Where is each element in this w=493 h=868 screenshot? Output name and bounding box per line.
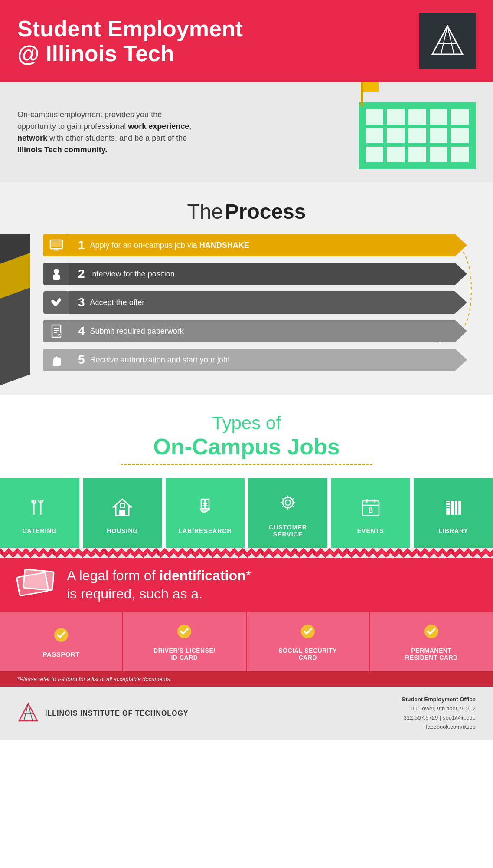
step-1: 1 Apply for an on-campus job via HANDSHA…: [43, 234, 467, 256]
types-section: Types of On-Campus Jobs CATERING: [0, 395, 493, 548]
footer-logo-area: ILLINOIS INSTITUTE OF TECHNOLOGY: [17, 702, 189, 725]
svg-rect-30: [120, 503, 124, 508]
social-security-check-icon: [300, 624, 316, 642]
step-1-icon: [43, 234, 69, 256]
customer-service-icon: [277, 493, 299, 518]
svg-line-1: [441, 26, 447, 54]
job-catering: CATERING: [0, 478, 79, 548]
svg-rect-45: [458, 501, 461, 515]
svg-point-35: [283, 497, 293, 508]
jobs-grid: CATERING HOUSING: [0, 478, 493, 548]
step-5-icon: [43, 349, 69, 371]
footer-school-name: ILLINOIS INSTITUTE OF TECHNOLOGY: [45, 710, 189, 717]
svg-rect-29: [119, 510, 125, 516]
footnote-bar: *Please refer to I-9 form for a list of …: [0, 671, 493, 687]
footer-logo-icon: [17, 702, 39, 725]
types-title: Types of On-Campus Jobs: [17, 413, 476, 460]
step-3-arrow: 3 Accept the offer: [69, 291, 467, 314]
step-1-arrow: 1 Apply for an on-campus job via HANDSHA…: [69, 234, 467, 256]
svg-line-54: [24, 704, 28, 721]
footer: ILLINOIS INSTITUTE OF TECHNOLOGY Student…: [0, 687, 493, 740]
step-4: 4 Submit required paperwork: [43, 320, 467, 342]
catering-icon: [29, 496, 50, 521]
passport-check-icon: [53, 627, 69, 645]
process-title-bold: Process: [225, 200, 306, 223]
library-icon: [443, 496, 464, 521]
svg-text:8: 8: [369, 506, 373, 515]
step-3-icon: [43, 291, 69, 314]
lab-icon: [194, 496, 216, 521]
svg-rect-20: [57, 357, 59, 361]
header-title: Student Employment @ Illinois Tech: [17, 16, 243, 66]
intro-section: On-campus employment provides you the op…: [0, 82, 493, 182]
zigzag-border: [0, 548, 493, 558]
permanent-resident-check-icon: [424, 624, 439, 642]
step-2-icon: [43, 263, 69, 285]
id-drivers-license: DRIVER'S LICENSE/ID CARD: [123, 612, 246, 671]
step-5-arrow: 5 Receive authorization and start your j…: [69, 349, 467, 371]
id-section: A legal form of identification*is requir…: [0, 548, 493, 687]
svg-line-2: [447, 26, 454, 54]
id-text: A legal form of identification*is requir…: [67, 567, 251, 603]
id-passport: PASSPORT: [0, 612, 123, 671]
step-4-arrow: 4 Submit required paperwork: [69, 320, 467, 342]
building-illustration: [337, 95, 476, 169]
step-3: 3 Accept the offer: [43, 291, 467, 314]
svg-rect-19: [56, 356, 57, 361]
step-2-arrow: 2 Interview for the position: [69, 263, 467, 285]
job-events: 8 EVENTS: [331, 478, 410, 548]
svg-rect-43: [451, 501, 454, 515]
footer-contact: Student Employment Office IIT Tower, 9th…: [402, 695, 476, 731]
license-check-icon: [176, 624, 192, 642]
svg-marker-53: [19, 704, 37, 721]
svg-line-55: [28, 704, 33, 721]
step-5: 5 Receive authorization and start your j…: [43, 349, 467, 371]
job-lab: LAB/RESEARCH: [166, 478, 245, 548]
svg-rect-11: [55, 273, 58, 276]
process-title-light: The: [187, 200, 223, 223]
header: Student Employment @ Illinois Tech: [0, 0, 493, 82]
process-section: The Process: [0, 182, 493, 395]
svg-point-36: [285, 500, 291, 505]
svg-rect-6: [51, 241, 62, 247]
step-4-icon: [43, 320, 69, 342]
dotted-separator: [121, 464, 372, 465]
step-2: 2 Interview for the position: [43, 263, 467, 285]
iit-logo-icon: [430, 24, 465, 59]
id-cards-grid: PASSPORT DRIVER'S LICENSE/ID CARD SOCIAL…: [0, 612, 493, 671]
svg-rect-21: [59, 358, 61, 361]
header-logo: [419, 13, 476, 69]
job-housing: HOUSING: [83, 478, 162, 548]
svg-rect-18: [54, 357, 56, 361]
footnote-text: *Please refer to I-9 form for a list of …: [17, 676, 476, 682]
svg-rect-44: [455, 501, 457, 515]
id-permanent-resident: PERMANENTRESIDENT CARD: [370, 612, 493, 671]
intro-text: On-campus employment provides you the op…: [17, 109, 199, 156]
steps-container: 1 Apply for an on-campus job via HANDSHA…: [0, 234, 467, 374]
id-card-illustration: [17, 568, 56, 602]
footer-iit-logo: [17, 702, 39, 723]
housing-icon: [111, 496, 133, 521]
events-icon: 8: [360, 496, 382, 521]
id-social-security: SOCIAL SECURITYCARD: [247, 612, 370, 671]
job-library: LIBRARY: [414, 478, 493, 548]
svg-marker-0: [432, 26, 463, 54]
id-content: A legal form of identification*is requir…: [0, 558, 493, 607]
job-customer: CUSTOMER SERVICE: [248, 478, 327, 548]
